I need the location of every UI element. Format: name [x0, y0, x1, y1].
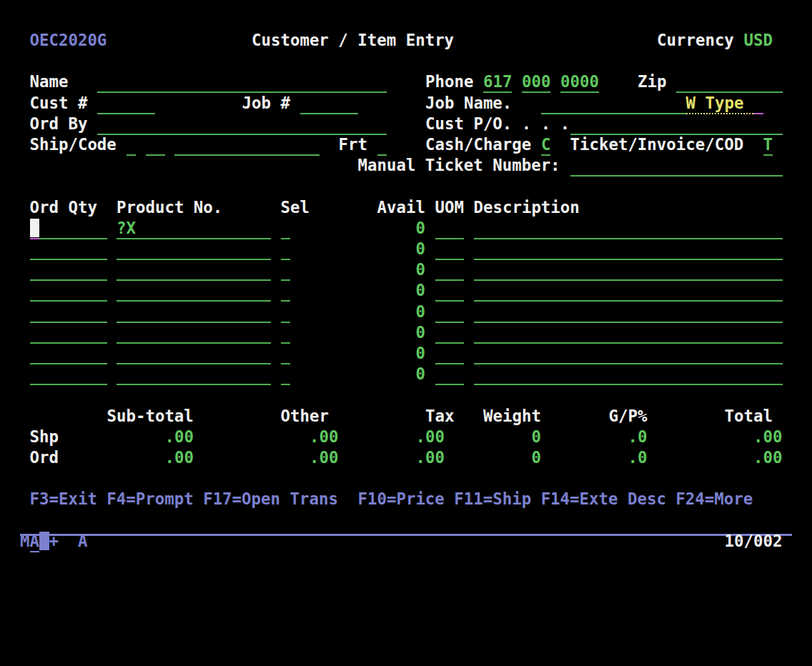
uom-input-4[interactable] — [435, 280, 465, 302]
phone-exchange-value[interactable]: 000 — [522, 71, 550, 93]
shp-row-label: Shp — [30, 427, 59, 447]
uom-header: UOM — [435, 197, 464, 218]
avail-value-2: 0 — [416, 239, 425, 259]
uom-input-1[interactable] — [435, 218, 465, 239]
product-no-value-1: ?X — [117, 218, 136, 239]
uom-input-7[interactable] — [435, 343, 465, 364]
w-type-input[interactable] — [753, 93, 763, 114]
ord-gp-percent-value: .0 — [628, 447, 648, 468]
ord-qty-input-4[interactable] — [30, 280, 107, 302]
manual-ticket-input[interactable] — [570, 155, 783, 177]
ship-code-input-2[interactable] — [146, 134, 165, 156]
shp-other-value: .00 — [310, 427, 338, 447]
product-no-input-6[interactable] — [117, 322, 271, 344]
ord-weight-value: 0 — [532, 447, 541, 468]
cust-po-input[interactable] — [570, 114, 783, 135]
sel-input-7[interactable] — [281, 343, 291, 364]
product-no-input-8[interactable] — [117, 364, 271, 385]
product-no-header: Product No. — [117, 197, 222, 218]
zip-input[interactable] — [676, 71, 783, 93]
product-no-input-4[interactable] — [117, 280, 271, 302]
ship-code-label: Ship/Code — [30, 134, 117, 155]
zip-label: Zip — [638, 71, 666, 92]
uom-input-2[interactable] — [435, 239, 465, 260]
product-no-input-5[interactable] — [117, 302, 271, 323]
ship-code-input-1[interactable] — [127, 134, 137, 156]
uom-input-5[interactable] — [435, 302, 465, 323]
ord-by-label: Ord By — [30, 114, 88, 134]
product-no-input-7[interactable] — [117, 343, 271, 364]
ord-qty-input-7[interactable] — [30, 343, 107, 364]
oia-keyboard-shift-indicator: A — [78, 531, 87, 552]
sel-header: Sel — [281, 197, 310, 218]
ord-total-value: .00 — [753, 447, 782, 468]
phone-label: Phone — [425, 71, 473, 92]
description-input-7[interactable] — [474, 343, 783, 364]
tax-header: Tax — [425, 406, 454, 427]
job-number-input[interactable] — [300, 93, 358, 114]
cust-number-input[interactable] — [97, 93, 155, 114]
uom-input-8[interactable] — [435, 364, 465, 385]
shp-total-value: .00 — [753, 427, 782, 447]
frt-input[interactable] — [377, 134, 387, 156]
cust-number-label: Cust # — [30, 93, 88, 114]
oia-separator — [20, 534, 792, 536]
uom-input-6[interactable] — [435, 322, 465, 344]
ord-qty-input-1[interactable] — [30, 218, 107, 239]
weight-header: Weight — [483, 406, 541, 427]
ord-by-input[interactable] — [97, 114, 387, 135]
cursor-block — [30, 219, 40, 237]
sel-input-8[interactable] — [281, 364, 291, 385]
sel-input-6[interactable] — [281, 322, 291, 344]
ship-code-input-3[interactable] — [174, 134, 320, 156]
ticket-invoice-cod-label: Ticket/Invoice/COD — [570, 134, 744, 155]
description-input-4[interactable] — [474, 280, 783, 302]
cash-charge-label: Cash/Charge — [425, 134, 531, 155]
function-keys-right: F10=Price F11=Ship F14=Exte Desc F24=Mor… — [358, 489, 753, 510]
description-header: Description — [474, 197, 580, 218]
description-input-6[interactable] — [474, 322, 783, 344]
frt-label: Frt — [339, 134, 367, 155]
ord-qty-header: Ord Qty — [30, 197, 97, 218]
avail-value-5: 0 — [416, 302, 425, 322]
avail-value-6: 0 — [416, 322, 425, 343]
sel-input-2[interactable] — [281, 239, 291, 260]
terminal-screen[interactable]: OEC2020GCustomer / Item EntryCurrencyUSD… — [0, 0, 812, 666]
other-header: Other — [281, 406, 329, 427]
avail-value-4: 0 — [416, 280, 425, 301]
phone-line-value[interactable]: 0000 — [560, 71, 599, 93]
shp-subtotal-value: .00 — [165, 427, 194, 447]
avail-value-3: 0 — [416, 259, 425, 280]
sel-input-4[interactable] — [281, 280, 291, 302]
sel-input-1[interactable] — [281, 218, 291, 239]
total-header: Total — [725, 406, 773, 427]
sel-input-3[interactable] — [281, 259, 291, 281]
product-no-input-1[interactable] — [117, 218, 271, 239]
shp-tax-value: .00 — [416, 427, 445, 447]
ord-other-value: .00 — [310, 447, 338, 468]
ord-qty-input-2[interactable] — [30, 239, 107, 260]
w-type-label: W Type — [686, 93, 753, 114]
product-no-input-3[interactable] — [117, 259, 271, 281]
ord-qty-input-5[interactable] — [30, 302, 107, 323]
description-input-3[interactable] — [474, 259, 783, 281]
ord-tax-value: .00 — [416, 447, 445, 468]
job-number-label: Job # — [242, 93, 290, 114]
description-input-2[interactable] — [474, 239, 783, 260]
product-no-input-2[interactable] — [117, 239, 271, 260]
cash-charge-value[interactable]: C — [541, 134, 550, 156]
description-input-5[interactable] — [474, 302, 783, 323]
phone-area-value[interactable]: 617 — [483, 71, 512, 93]
ord-qty-input-8[interactable] — [30, 364, 107, 385]
ord-qty-input-3[interactable] — [30, 259, 107, 281]
ord-qty-input-6[interactable] — [30, 322, 107, 344]
oia-ma-indicator: A — [30, 531, 39, 552]
description-input-1[interactable] — [474, 218, 783, 239]
currency-label: Currency — [657, 30, 734, 51]
job-name-input[interactable] — [541, 93, 686, 114]
ticket-invoice-cod-value[interactable]: T — [763, 134, 773, 156]
description-input-8[interactable] — [474, 364, 783, 385]
uom-input-3[interactable] — [435, 259, 465, 281]
sel-input-5[interactable] — [281, 302, 291, 323]
name-input[interactable] — [97, 71, 387, 93]
